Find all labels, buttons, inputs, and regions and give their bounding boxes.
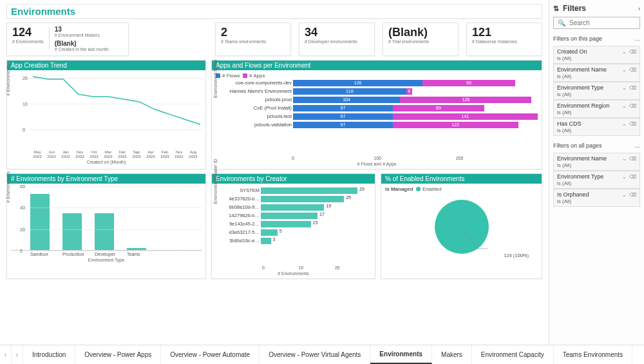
tab-environment-capacity[interactable]: Environment Capacity — [472, 345, 554, 364]
tab-next[interactable]: › — [12, 345, 23, 364]
x-tick: Oct2023 — [87, 150, 101, 158]
filter-card[interactable]: Environment Type⌄⌫is (All) — [553, 171, 640, 189]
x-tick: May2023 — [30, 150, 44, 158]
page-title-bar: Environments — [6, 4, 542, 19]
bar — [95, 213, 114, 250]
filter-field: Environment Type — [557, 173, 603, 180]
clear-filter-icon[interactable]: ⌫ — [629, 156, 636, 162]
search-icon: 🔍 — [558, 19, 565, 26]
legend: # Flows # Apps — [216, 73, 538, 79]
filter-search[interactable]: 🔍 — [553, 17, 640, 29]
chevron-down-icon[interactable]: ⌄ — [622, 67, 627, 73]
search-input[interactable] — [569, 19, 636, 26]
chevron-down-icon[interactable]: ⌄ — [622, 174, 627, 180]
chevron-down-icon[interactable]: ⌄ — [622, 85, 627, 91]
collapse-icon[interactable]: › — [638, 5, 640, 12]
bar-row: coe-core-components-dev12690 — [221, 79, 538, 87]
y-axis-label: # Environments — [6, 64, 10, 96]
bar-segment-apps: 89 — [393, 105, 484, 111]
filter-card[interactable]: Environment Type⌄⌫is (All) — [553, 82, 640, 100]
clear-filter-icon[interactable]: ⌫ — [629, 67, 636, 73]
tile-by-creator[interactable]: Environments by Creator Environment Make… — [211, 173, 375, 279]
clear-filter-icon[interactable]: ⌫ — [629, 174, 636, 180]
tile-enabled[interactable]: % of Enabled Environments Is Managed Ena… — [381, 173, 542, 279]
kpi-label: # Teams environments — [221, 39, 285, 44]
clear-filter-icon[interactable]: ⌫ — [629, 103, 636, 109]
bar — [30, 194, 50, 250]
x-tick: 200 — [456, 156, 538, 160]
tile-by-type[interactable]: # Environments by Environment Type # Env… — [6, 173, 206, 279]
bar-label: pctools-test — [221, 113, 292, 119]
filter-field: Environment Region — [557, 102, 610, 109]
kpi-label: # Developer environments — [305, 39, 369, 44]
kpi-value: 34 — [305, 26, 369, 39]
tab-makers[interactable]: Makers — [432, 345, 472, 364]
bar-label: 4e337820-b… — [220, 196, 260, 202]
filter-value: is (All) — [557, 91, 636, 97]
clear-filter-icon[interactable]: ⌫ — [629, 49, 636, 55]
clear-filter-icon[interactable]: ⌫ — [629, 121, 636, 127]
tab-prev[interactable]: ‹ — [0, 345, 12, 364]
tab-overview-power-virtual-agents[interactable]: Overview - Power Virtual Agents — [260, 345, 370, 364]
bar-label: 9e143c45-2… — [220, 221, 260, 227]
y-axis-label: Environment Name — [213, 59, 218, 98]
bar-row: 3b8bd16c-e…3 — [220, 236, 371, 245]
kpi-value: 121 — [472, 26, 536, 39]
bar-segment — [261, 213, 317, 219]
bar-label: SYSTEM — [220, 187, 260, 193]
tab-overview-power-automate[interactable]: Overview - Power Automate — [161, 345, 260, 364]
kpi-label: # Trial environments — [388, 39, 453, 44]
tile-title: App Creation Trend — [7, 61, 205, 70]
filter-card[interactable]: Environment Region⌄⌫is (All) — [553, 100, 640, 118]
bar-segment-apps: 6 — [406, 88, 413, 95]
filter-card[interactable]: Environment Name⌄⌫is (All) — [553, 64, 640, 82]
filters-all-section: Filters on all pages… — [553, 142, 640, 149]
clear-filter-icon[interactable]: ⌫ — [629, 192, 636, 198]
chevron-down-icon[interactable]: ⌄ — [622, 192, 627, 198]
chevron-down-icon[interactable]: ⌄ — [622, 49, 627, 55]
kpi-dataverse[interactable]: 121 # Dataverse Instances — [466, 23, 542, 56]
x-tick: 0 — [292, 156, 374, 160]
clear-filter-icon[interactable]: ⌫ — [629, 85, 636, 91]
tile-trend[interactable]: App Creation Trend # Environments 20 10 … — [6, 60, 206, 169]
filter-card[interactable]: Environment Name⌄⌫is (All) — [553, 153, 640, 171]
bar-label: coe-core-components-dev — [221, 80, 292, 86]
bar-segment-apps: 128 — [400, 97, 531, 103]
bar-label: d3e63217-5… — [220, 229, 260, 235]
x-tick: Nov2023 — [73, 150, 87, 158]
bar-row: Hannes Niemi's Environment1106 — [221, 87, 538, 95]
donut-chart: 124 (100%) — [385, 192, 538, 258]
chevron-down-icon[interactable]: ⌄ — [622, 103, 627, 109]
bar-label: Hannes Niemi's Environment — [221, 88, 292, 94]
filter-card[interactable]: Created On⌄⌫is (All) — [553, 46, 640, 64]
bar-segment-flows: 126 — [293, 80, 422, 86]
tab-environments[interactable]: Environments — [370, 345, 432, 364]
kpi-label: # Dataverse Instances — [472, 39, 536, 44]
kpi-trial[interactable]: (Blank) # Trial environments — [383, 23, 459, 56]
bar-label: 3b8bd16c-e… — [220, 238, 260, 244]
x-axis-label: Created on (Month) — [11, 160, 202, 164]
bar-row: pctools-validation97122 — [221, 120, 538, 129]
filter-card[interactable]: Has CDS⌄⌫is (All) — [553, 118, 640, 136]
kpi-developer[interactable]: 34 # Developer environments — [299, 23, 375, 56]
bar-row: SYSTEM29 — [220, 186, 371, 195]
kpi-teams[interactable]: 2 # Teams environments — [215, 23, 291, 56]
kpi-label: # Environments — [12, 39, 44, 44]
x-tick: Jan2023 — [59, 150, 73, 158]
chevron-down-icon[interactable]: ⌄ — [622, 156, 627, 162]
tile-apps-flows[interactable]: Apps and Flows per Environment # Flows #… — [211, 60, 542, 169]
report-canvas: Environments 124 # Environments 13 # Env… — [0, 0, 549, 345]
x-tick: 0 — [262, 265, 298, 270]
kpi-environments[interactable]: 124 # Environments 13 # Environment Make… — [6, 23, 129, 56]
tab-introduction[interactable]: Introduction — [23, 345, 75, 364]
chevron-down-icon[interactable]: ⌄ — [622, 121, 627, 127]
legend: Is Managed Enabled — [385, 186, 538, 192]
x-axis-label: # Flows and # Apps — [216, 162, 538, 166]
filter-card[interactable]: Is Orphaned⌄⌫is (All) — [553, 189, 640, 207]
filters-page-section: Filters on this page… — [553, 35, 640, 42]
bar-label: pctools-prod — [221, 97, 292, 102]
tab-overview-power-apps[interactable]: Overview - Power Apps — [75, 345, 161, 364]
page-tabs: ‹ › IntroductionOverview - Power AppsOve… — [0, 345, 644, 364]
tab-teams-environments[interactable]: Teams Environments — [554, 345, 632, 364]
bar-label: pctools-validation — [221, 122, 292, 128]
